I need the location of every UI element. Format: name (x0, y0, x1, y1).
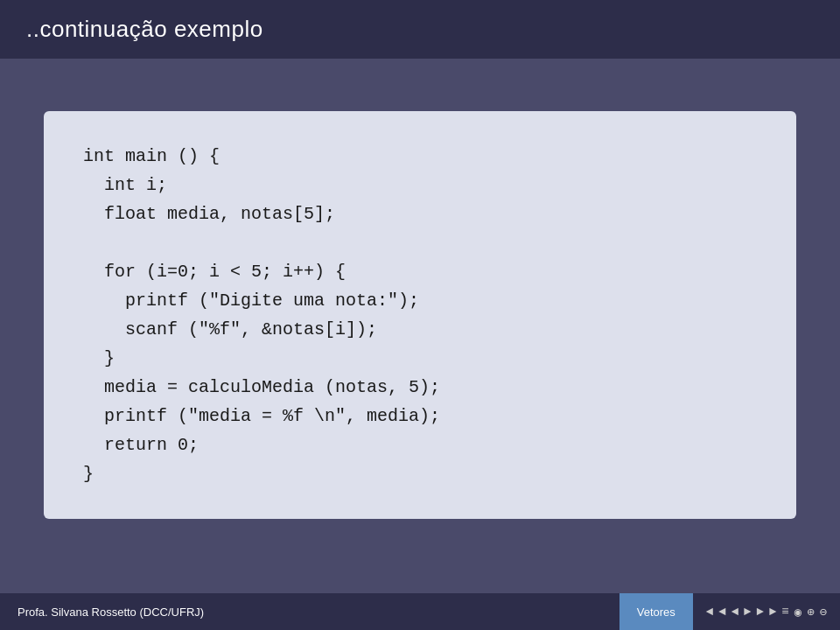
nav-next-icon[interactable]: ► (744, 605, 751, 619)
code-block: int main () { int i; float media, notas[… (44, 111, 796, 519)
nav-zoom-in-icon[interactable]: ⊕ (807, 605, 814, 620)
nav-zoom-out-icon[interactable]: ⊖ (820, 605, 827, 620)
nav-last-icon[interactable]: ► (769, 605, 776, 619)
nav-next-section-icon[interactable]: ► (756, 605, 763, 619)
footer-topic-label: Vetores (637, 606, 676, 619)
code-content: int main () { int i; float media, notas[… (83, 142, 757, 488)
footer-topic-section: Vetores (620, 593, 693, 630)
slide-body: int main () { int i; float media, notas[… (0, 59, 840, 593)
slide-footer: Profa. Silvana Rossetto (DCC/UFRJ) Vetor… (0, 593, 840, 630)
nav-menu-icon[interactable]: ≡ (781, 605, 788, 619)
nav-first-icon[interactable]: ◄ (706, 605, 713, 619)
nav-prev-icon[interactable]: ◄ (732, 605, 738, 619)
footer-author: Profa. Silvana Rossetto (DCC/UFRJ) (18, 606, 204, 619)
slide-title: ..continuação exemplo (26, 16, 263, 43)
slide-header: ..continuação exemplo (0, 0, 840, 59)
footer-navigation[interactable]: ◄ ◄ ◄ ► ► ► ≡ ◉ ⊕ ⊖ (693, 605, 840, 620)
footer-author-section: Profa. Silvana Rossetto (DCC/UFRJ) (0, 593, 620, 630)
nav-zoom-reset-icon[interactable]: ◉ (794, 605, 802, 620)
nav-prev-section-icon[interactable]: ◄ (718, 605, 725, 619)
